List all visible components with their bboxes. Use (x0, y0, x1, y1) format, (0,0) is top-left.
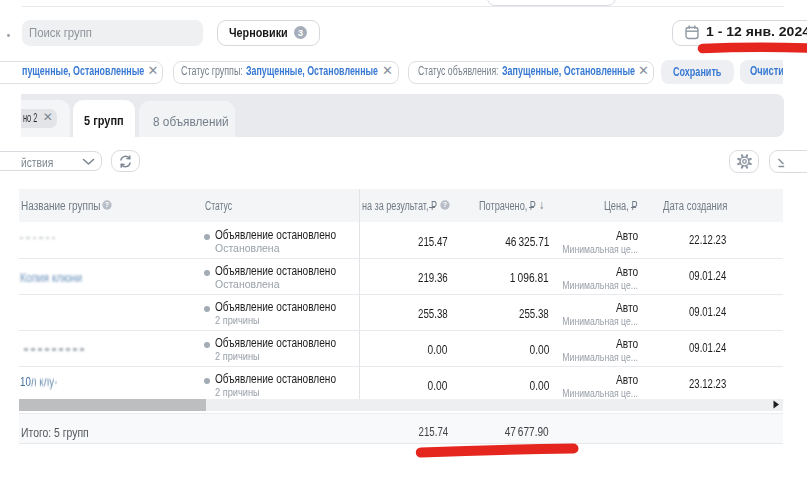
svg-text:?: ? (443, 201, 447, 209)
svg-text:?: ? (105, 201, 109, 209)
